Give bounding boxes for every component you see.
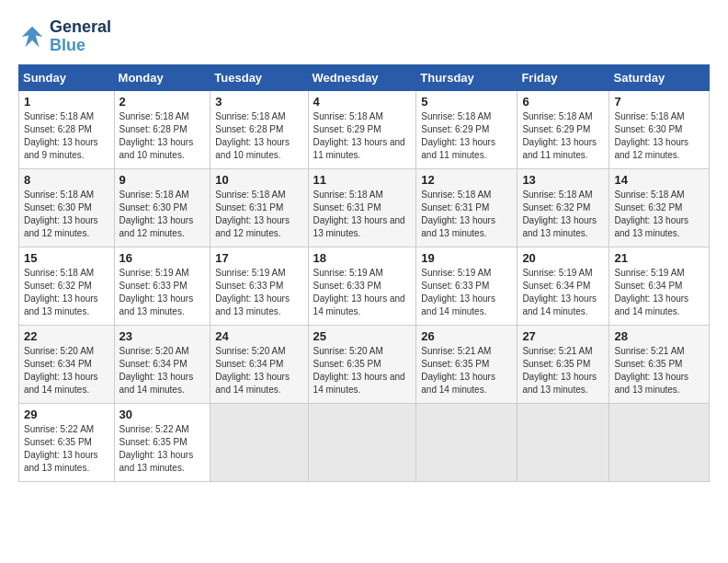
day-info: Sunrise: 5:19 AM Sunset: 6:33 PM Dayligh… <box>421 267 512 318</box>
day-number: 7 <box>614 95 704 109</box>
calendar-cell: 5 Sunrise: 5:18 AM Sunset: 6:29 PM Dayli… <box>416 90 518 168</box>
calendar-cell: 1 Sunrise: 5:18 AM Sunset: 6:28 PM Dayli… <box>19 90 115 168</box>
day-info: Sunrise: 5:22 AM Sunset: 6:35 PM Dayligh… <box>24 423 109 475</box>
day-number: 1 <box>24 95 109 109</box>
header-friday: Friday <box>518 64 609 90</box>
calendar-cell: 18 Sunrise: 5:19 AM Sunset: 6:33 PM Dayl… <box>308 247 416 325</box>
day-number: 27 <box>522 329 604 343</box>
calendar-cell: 7 Sunrise: 5:18 AM Sunset: 6:30 PM Dayli… <box>609 90 710 168</box>
calendar-cell: 4 Sunrise: 5:18 AM Sunset: 6:29 PM Dayli… <box>308 90 416 168</box>
calendar-cell: 10 Sunrise: 5:18 AM Sunset: 6:31 PM Dayl… <box>210 168 308 247</box>
calendar-cell <box>416 403 518 481</box>
day-number: 21 <box>614 251 704 265</box>
day-number: 13 <box>522 173 604 187</box>
day-number: 30 <box>119 408 206 421</box>
day-info: Sunrise: 5:18 AM Sunset: 6:30 PM Dayligh… <box>614 110 704 162</box>
calendar-cell: 29 Sunrise: 5:22 AM Sunset: 6:35 PM Dayl… <box>19 403 115 481</box>
day-number: 19 <box>421 251 512 265</box>
day-number: 15 <box>24 251 109 265</box>
day-info: Sunrise: 5:19 AM Sunset: 6:34 PM Dayligh… <box>522 267 604 318</box>
logo-text: General Blue <box>50 18 111 55</box>
calendar-cell: 2 Sunrise: 5:18 AM Sunset: 6:28 PM Dayli… <box>114 90 210 168</box>
header-tuesday: Tuesday <box>210 64 308 90</box>
calendar-cell: 6 Sunrise: 5:18 AM Sunset: 6:29 PM Dayli… <box>518 90 609 168</box>
day-info: Sunrise: 5:21 AM Sunset: 6:35 PM Dayligh… <box>614 345 704 396</box>
day-info: Sunrise: 5:18 AM Sunset: 6:28 PM Dayligh… <box>215 110 302 162</box>
day-number: 20 <box>522 251 604 265</box>
day-info: Sunrise: 5:18 AM Sunset: 6:29 PM Dayligh… <box>421 110 512 162</box>
day-info: Sunrise: 5:22 AM Sunset: 6:35 PM Dayligh… <box>119 423 206 475</box>
calendar-cell <box>609 403 710 481</box>
calendar-cell: 8 Sunrise: 5:18 AM Sunset: 6:30 PM Dayli… <box>19 168 115 247</box>
calendar-cell <box>210 403 308 481</box>
day-number: 16 <box>119 251 206 265</box>
day-number: 12 <box>421 173 512 187</box>
day-info: Sunrise: 5:20 AM Sunset: 6:35 PM Dayligh… <box>313 345 412 396</box>
calendar-cell: 12 Sunrise: 5:18 AM Sunset: 6:31 PM Dayl… <box>416 168 518 247</box>
calendar-cell: 11 Sunrise: 5:18 AM Sunset: 6:31 PM Dayl… <box>308 168 416 247</box>
day-info: Sunrise: 5:18 AM Sunset: 6:31 PM Dayligh… <box>215 189 302 240</box>
day-number: 10 <box>215 173 302 187</box>
day-info: Sunrise: 5:18 AM Sunset: 6:28 PM Dayligh… <box>119 110 206 162</box>
day-number: 5 <box>421 95 512 109</box>
calendar-week-4: 22 Sunrise: 5:20 AM Sunset: 6:34 PM Dayl… <box>19 325 710 403</box>
day-number: 8 <box>24 173 109 187</box>
calendar-week-3: 15 Sunrise: 5:18 AM Sunset: 6:32 PM Dayl… <box>19 247 710 325</box>
calendar-cell: 21 Sunrise: 5:19 AM Sunset: 6:34 PM Dayl… <box>609 247 710 325</box>
calendar-cell: 30 Sunrise: 5:22 AM Sunset: 6:35 PM Dayl… <box>114 403 210 481</box>
calendar-cell: 16 Sunrise: 5:19 AM Sunset: 6:33 PM Dayl… <box>114 247 210 325</box>
calendar-cell: 19 Sunrise: 5:19 AM Sunset: 6:33 PM Dayl… <box>416 247 518 325</box>
header-sunday: Sunday <box>19 64 115 90</box>
calendar-cell: 14 Sunrise: 5:18 AM Sunset: 6:32 PM Dayl… <box>609 168 710 247</box>
day-info: Sunrise: 5:18 AM Sunset: 6:28 PM Dayligh… <box>24 110 109 162</box>
day-number: 26 <box>421 329 512 343</box>
header-monday: Monday <box>114 64 210 90</box>
day-number: 6 <box>522 95 604 109</box>
day-number: 17 <box>215 251 302 265</box>
day-info: Sunrise: 5:20 AM Sunset: 6:34 PM Dayligh… <box>215 345 302 396</box>
calendar-cell: 20 Sunrise: 5:19 AM Sunset: 6:34 PM Dayl… <box>518 247 609 325</box>
calendar-cell: 25 Sunrise: 5:20 AM Sunset: 6:35 PM Dayl… <box>308 325 416 403</box>
calendar-header-row: SundayMondayTuesdayWednesdayThursdayFrid… <box>19 64 710 90</box>
calendar-week-2: 8 Sunrise: 5:18 AM Sunset: 6:30 PM Dayli… <box>19 168 710 247</box>
calendar-cell: 24 Sunrise: 5:20 AM Sunset: 6:34 PM Dayl… <box>210 325 308 403</box>
day-info: Sunrise: 5:18 AM Sunset: 6:29 PM Dayligh… <box>313 110 412 162</box>
day-number: 23 <box>119 329 206 343</box>
day-number: 14 <box>614 173 704 187</box>
calendar-cell: 27 Sunrise: 5:21 AM Sunset: 6:35 PM Dayl… <box>518 325 609 403</box>
day-info: Sunrise: 5:19 AM Sunset: 6:33 PM Dayligh… <box>119 267 206 318</box>
calendar-cell <box>308 403 416 481</box>
calendar-cell: 23 Sunrise: 5:20 AM Sunset: 6:34 PM Dayl… <box>114 325 210 403</box>
header-wednesday: Wednesday <box>308 64 416 90</box>
svg-marker-0 <box>22 27 43 48</box>
logo-icon <box>18 23 46 51</box>
day-info: Sunrise: 5:18 AM Sunset: 6:32 PM Dayligh… <box>24 267 109 318</box>
day-info: Sunrise: 5:18 AM Sunset: 6:30 PM Dayligh… <box>119 189 206 240</box>
calendar-table: SundayMondayTuesdayWednesdayThursdayFrid… <box>18 64 710 482</box>
calendar-cell: 15 Sunrise: 5:18 AM Sunset: 6:32 PM Dayl… <box>19 247 115 325</box>
day-info: Sunrise: 5:21 AM Sunset: 6:35 PM Dayligh… <box>522 345 604 396</box>
calendar-week-5: 29 Sunrise: 5:22 AM Sunset: 6:35 PM Dayl… <box>19 403 710 481</box>
day-number: 28 <box>614 329 704 343</box>
day-number: 3 <box>215 95 302 109</box>
day-number: 18 <box>313 251 412 265</box>
calendar-cell <box>518 403 609 481</box>
day-info: Sunrise: 5:19 AM Sunset: 6:33 PM Dayligh… <box>313 267 412 318</box>
day-info: Sunrise: 5:18 AM Sunset: 6:32 PM Dayligh… <box>522 189 604 240</box>
calendar-cell: 28 Sunrise: 5:21 AM Sunset: 6:35 PM Dayl… <box>609 325 710 403</box>
day-number: 2 <box>119 95 206 109</box>
calendar-cell: 17 Sunrise: 5:19 AM Sunset: 6:33 PM Dayl… <box>210 247 308 325</box>
day-number: 29 <box>24 408 109 421</box>
calendar-week-1: 1 Sunrise: 5:18 AM Sunset: 6:28 PM Dayli… <box>19 90 710 168</box>
header-thursday: Thursday <box>416 64 518 90</box>
day-info: Sunrise: 5:18 AM Sunset: 6:29 PM Dayligh… <box>522 110 604 162</box>
day-info: Sunrise: 5:21 AM Sunset: 6:35 PM Dayligh… <box>421 345 512 396</box>
calendar-body: 1 Sunrise: 5:18 AM Sunset: 6:28 PM Dayli… <box>19 90 710 481</box>
day-info: Sunrise: 5:18 AM Sunset: 6:30 PM Dayligh… <box>24 189 109 240</box>
logo: General Blue <box>18 18 111 55</box>
day-info: Sunrise: 5:20 AM Sunset: 6:34 PM Dayligh… <box>24 345 109 396</box>
day-info: Sunrise: 5:18 AM Sunset: 6:32 PM Dayligh… <box>614 189 704 240</box>
day-info: Sunrise: 5:18 AM Sunset: 6:31 PM Dayligh… <box>313 189 412 240</box>
header-saturday: Saturday <box>609 64 710 90</box>
day-number: 24 <box>215 329 302 343</box>
